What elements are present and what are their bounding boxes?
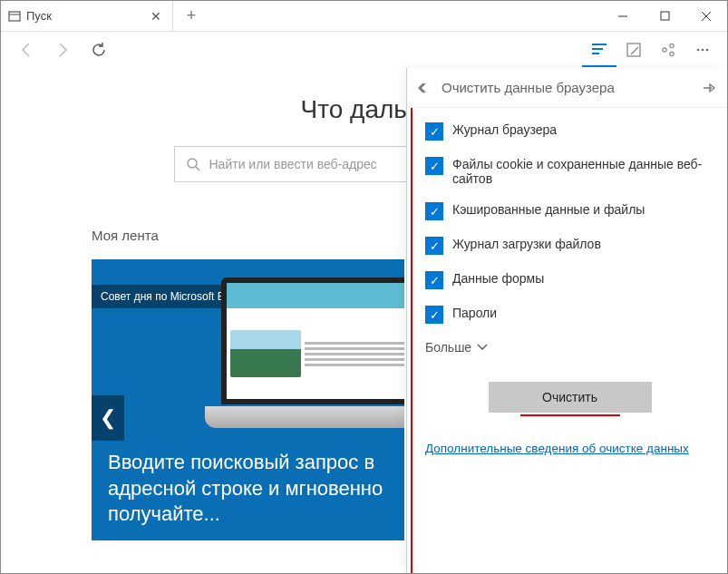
more-button[interactable] (685, 33, 720, 67)
window-icon (8, 10, 21, 23)
checkbox-label: Файлы cookie и сохраненные данные веб-са… (452, 157, 714, 186)
close-window-button[interactable] (685, 1, 727, 31)
forward-button[interactable] (44, 32, 81, 68)
svg-rect-9 (627, 44, 640, 56)
more-info-link[interactable]: Дополнительные сведения об очистке данны… (425, 442, 714, 455)
clear-button[interactable]: Очистить (489, 382, 652, 413)
panel-header: Очистить данные браузера (407, 68, 727, 108)
tab-title: Пуск (26, 9, 52, 23)
maximize-button[interactable] (644, 1, 685, 31)
checkbox-row[interactable]: ✓Журнал загрузки файлов (425, 237, 714, 255)
back-button[interactable] (8, 32, 44, 68)
minimize-button[interactable] (602, 1, 644, 31)
browser-tab[interactable]: Пуск ✕ (1, 1, 173, 31)
panel-title: Очистить данные браузера (442, 80, 615, 95)
checkbox-checked-icon[interactable]: ✓ (425, 237, 443, 255)
card-prev-arrow[interactable]: ❮ (92, 395, 124, 441)
panel-back-button[interactable] (418, 82, 432, 94)
clear-data-panel: Очистить данные браузера ✓Журнал браузер… (406, 68, 727, 573)
checkbox-row[interactable]: ✓Журнал браузера (425, 122, 714, 141)
titlebar: Пуск ✕ + (1, 1, 727, 32)
svg-point-14 (702, 49, 704, 52)
svg-rect-0 (9, 12, 20, 21)
checkbox-row[interactable]: ✓Данные формы (425, 271, 714, 289)
chevron-down-icon (477, 344, 488, 351)
pin-button[interactable] (702, 82, 716, 94)
checkbox-label: Пароли (452, 306, 497, 320)
checkbox-row[interactable]: ✓Файлы cookie и сохраненные данные веб-с… (425, 157, 714, 186)
window-controls (602, 1, 727, 31)
tab-close-button[interactable]: ✕ (147, 9, 165, 24)
svg-line-17 (196, 167, 199, 170)
checkbox-checked-icon[interactable]: ✓ (425, 157, 443, 175)
checkbox-checked-icon[interactable]: ✓ (425, 271, 443, 289)
checkbox-label: Журнал загрузки файлов (452, 237, 601, 251)
card-text: Вводите поисковый запрос в адресной стро… (108, 450, 395, 528)
checkbox-label: Кэшированные данные и файлы (452, 202, 645, 217)
more-label: Больше (425, 340, 471, 355)
refresh-button[interactable] (81, 32, 117, 68)
laptop-illustration (205, 277, 404, 441)
feed-card[interactable]: Совет дня по Microsoft Edge ❮ Вводите по… (92, 259, 404, 540)
share-button[interactable] (651, 33, 685, 67)
svg-point-10 (663, 48, 666, 52)
annotation-underline (520, 414, 620, 416)
search-icon (186, 157, 200, 171)
svg-rect-3 (661, 12, 669, 20)
more-toggle[interactable]: Больше (425, 340, 714, 355)
checkbox-label: Данные формы (452, 271, 544, 286)
checkbox-row[interactable]: ✓Кэшированные данные и файлы (425, 202, 714, 220)
svg-point-16 (188, 159, 197, 168)
checkbox-checked-icon[interactable]: ✓ (425, 306, 443, 324)
hub-button[interactable] (582, 33, 616, 67)
svg-point-13 (697, 49, 700, 52)
note-button[interactable] (616, 33, 651, 67)
svg-point-11 (670, 44, 674, 47)
toolbar (1, 32, 727, 68)
svg-point-15 (706, 49, 709, 52)
checkbox-row[interactable]: ✓Пароли (425, 306, 714, 324)
checkbox-checked-icon[interactable]: ✓ (425, 202, 443, 220)
svg-point-12 (670, 52, 674, 55)
checkbox-label: Журнал браузера (452, 122, 557, 137)
new-tab-button[interactable]: + (173, 1, 209, 31)
panel-body: ✓Журнал браузера ✓Файлы cookie и сохране… (411, 108, 727, 573)
checkbox-checked-icon[interactable]: ✓ (425, 122, 443, 141)
